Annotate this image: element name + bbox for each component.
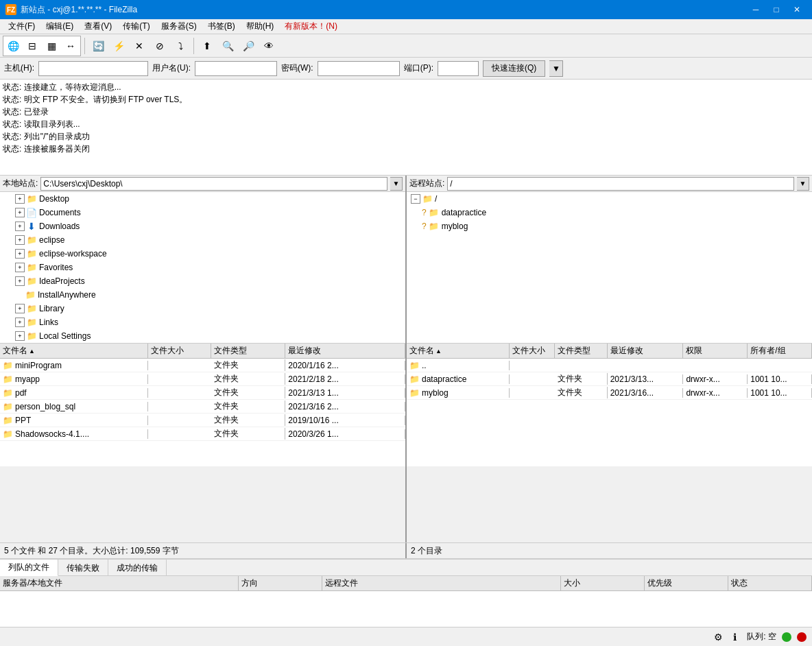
local-tree-item-links[interactable]: + 📁 Links xyxy=(0,315,405,329)
menu-view[interactable]: 查看(V) xyxy=(79,19,117,34)
expand-documents[interactable]: + xyxy=(15,208,25,217)
local-tree-item-installanywhere[interactable]: 📁 InstallAnywhere xyxy=(0,288,405,302)
user-input[interactable] xyxy=(195,61,277,76)
quickconnect-button[interactable]: 快速连接(Q) xyxy=(483,60,545,77)
toolbar-nav-btn[interactable]: ↔ xyxy=(61,36,80,56)
toolbar-upload-btn[interactable]: ⬆ xyxy=(198,36,217,56)
folder-icon-datapractice: 📁 xyxy=(429,208,440,217)
local-file-row-shadowsocks[interactable]: 📁Shadowsocks-4.1.... 文件夹 2020/3/26 1... xyxy=(0,427,405,441)
menu-file[interactable]: 文件(F) xyxy=(3,19,40,34)
local-col-modified[interactable]: 最近修改 xyxy=(285,344,405,358)
remote-col-modified[interactable]: 最近修改 xyxy=(608,344,684,358)
toolbar-disconnect-btn[interactable]: ⊘ xyxy=(150,36,169,56)
remote-col-filetype[interactable]: 文件类型 xyxy=(555,344,608,358)
toolbar-disconnected-btn[interactable]: ⊟ xyxy=(23,36,42,56)
remote-tree-item-root[interactable]: − 📁 / xyxy=(407,192,812,206)
remote-path-input[interactable] xyxy=(447,177,794,191)
local-file-row-ppt[interactable]: 📁PPT 文件夹 2019/10/16 ... xyxy=(0,414,405,427)
local-file-row-myapp[interactable]: 📁myapp 文件夹 2021/2/18 2... xyxy=(0,372,405,386)
tab-successful-transfers[interactable]: 成功的传输 xyxy=(108,560,167,576)
remote-tree-item-myblog[interactable]: ? 📁 myblog xyxy=(407,219,812,233)
local-path-dropdown[interactable]: ▼ xyxy=(390,177,403,191)
remote-col-perm[interactable]: 权限 xyxy=(683,344,748,358)
local-file-row-person-blog[interactable]: 📁person_blog_sql 文件夹 2021/3/16 2... xyxy=(0,400,405,414)
toolbar-opensite-btn[interactable]: 🌐 xyxy=(3,36,23,56)
expand-eclipse[interactable]: + xyxy=(15,235,25,245)
folder-icon-root: 📁 xyxy=(422,194,433,204)
toolbar-grid-btn[interactable]: ▦ xyxy=(42,36,61,56)
tab-queued-files[interactable]: 列队的文件 xyxy=(0,560,58,576)
remote-cell-name-dp: 📁datapractice xyxy=(407,374,510,384)
transfer-col-status[interactable]: 状态 xyxy=(728,576,812,590)
remote-col-filesize[interactable]: 文件大小 xyxy=(510,344,555,358)
menu-server[interactable]: 服务器(S) xyxy=(156,19,202,34)
tab-failed-transfers[interactable]: 传输失败 xyxy=(58,560,108,576)
close-button[interactable]: ✕ xyxy=(787,2,807,17)
toolbar-search-btn[interactable]: 🔍 xyxy=(218,36,237,56)
transfer-col-size[interactable]: 大小 xyxy=(561,576,645,590)
maximize-button[interactable]: □ xyxy=(767,2,786,17)
menu-transfer[interactable]: 传输(T) xyxy=(117,19,155,34)
expand-localsettings[interactable]: + xyxy=(15,331,25,341)
pass-input[interactable] xyxy=(318,61,400,76)
menu-help[interactable]: 帮助(H) xyxy=(241,19,280,34)
host-input[interactable] xyxy=(38,61,148,76)
local-file-row-pdf[interactable]: 📁pdf 文件夹 2021/3/13 1... xyxy=(0,386,405,400)
remote-file-row-parent[interactable]: 📁.. xyxy=(407,359,812,372)
local-tree: + 📁 Desktop + 📄 Documents + ⬇ Downloads xyxy=(0,192,405,343)
transfer-col-localfile[interactable]: 服务器/本地文件 xyxy=(0,576,239,590)
folder-icon-myapp: 📁 xyxy=(3,374,13,384)
local-file-list-header: 文件名 ▲ 文件大小 文件类型 最近修改 xyxy=(0,344,405,359)
local-cell-type-2: 文件夹 xyxy=(211,373,285,385)
local-path-input[interactable] xyxy=(40,177,387,191)
remote-file-row-datapractice[interactable]: 📁datapractice 文件夹 2021/3/13... drwxr-x..… xyxy=(407,372,812,386)
toolbar-cancel-btn[interactable]: ✕ xyxy=(130,36,149,56)
toolbar-refresh-btn[interactable]: 🔄 xyxy=(88,36,108,56)
remote-col-owner[interactable]: 所有者/组 xyxy=(748,344,812,358)
remote-col-filename[interactable]: 文件名 ▲ xyxy=(407,344,510,358)
minimize-button[interactable]: ─ xyxy=(746,2,765,17)
expand-ideaprojects[interactable]: + xyxy=(15,276,25,286)
port-input[interactable] xyxy=(438,61,479,76)
expand-desktop[interactable]: + xyxy=(15,194,25,204)
tree-label-installanywhere: InstallAnywhere xyxy=(38,290,96,300)
toolbar-filter-btn[interactable]: 🔎 xyxy=(239,36,258,56)
local-tree-item-downloads[interactable]: + ⬇ Downloads xyxy=(0,219,405,233)
toolbar-sync-btn[interactable]: ⚡ xyxy=(109,36,128,56)
expand-downloads[interactable]: + xyxy=(15,222,25,231)
info-icon[interactable]: ℹ xyxy=(728,630,741,644)
toolbar-reconnect-btn[interactable]: ⤵ xyxy=(171,36,190,56)
local-status-bar: 5 个文件 和 27 个目录。大小总计: 109,559 字节 xyxy=(0,543,407,558)
local-tree-item-library[interactable]: + 📁 Library xyxy=(0,302,405,315)
local-tree-item-documents[interactable]: + 📄 Documents xyxy=(0,206,405,219)
local-cell-date-5: 2019/10/16 ... xyxy=(285,416,405,425)
menu-bookmarks[interactable]: 书签(B) xyxy=(202,19,241,34)
local-tree-item-eclipse[interactable]: + 📁 eclipse xyxy=(0,233,405,247)
quickconnect-dropdown[interactable]: ▼ xyxy=(549,60,563,77)
transfer-col-direction[interactable]: 方向 xyxy=(239,576,322,590)
remote-tree-item-datapractice[interactable]: ? 📁 datapractice xyxy=(407,206,812,219)
local-tree-item-desktop[interactable]: + 📁 Desktop xyxy=(0,192,405,206)
local-col-filename[interactable]: 文件名 ▲ xyxy=(0,344,148,358)
remote-file-row-myblog[interactable]: 📁myblog 文件夹 2021/3/16... drwxr-x... 1001… xyxy=(407,386,812,400)
settings-icon[interactable]: ⚙ xyxy=(711,630,725,644)
local-tree-item-ideaprojects[interactable]: + 📁 IdeaProjects xyxy=(0,274,405,288)
local-tree-item-eclipse-workspace[interactable]: + 📁 eclipse-workspace xyxy=(0,247,405,261)
local-site-label: 本地站点: xyxy=(3,178,38,189)
local-file-row-miniprogram[interactable]: 📁miniProgram 文件夹 2020/1/16 2... xyxy=(0,359,405,372)
remote-path-dropdown[interactable]: ▼ xyxy=(797,177,809,191)
menu-update[interactable]: 有新版本！(N) xyxy=(279,19,343,34)
local-col-filesize[interactable]: 文件大小 xyxy=(148,344,211,358)
expand-links[interactable]: + xyxy=(15,318,25,327)
expand-root[interactable]: − xyxy=(411,194,420,204)
transfer-col-remotefile[interactable]: 远程文件 xyxy=(322,576,561,590)
toolbar-filetype-btn[interactable]: 👁 xyxy=(259,36,278,56)
expand-library[interactable]: + xyxy=(15,304,25,313)
expand-favorites[interactable]: + xyxy=(15,263,25,272)
transfer-col-priority[interactable]: 优先级 xyxy=(645,576,728,590)
local-tree-item-localsettings[interactable]: + 📁 Local Settings xyxy=(0,329,405,343)
local-tree-item-favorites[interactable]: + 📁 Favorites xyxy=(0,261,405,274)
menu-edit[interactable]: 编辑(E) xyxy=(40,19,79,34)
local-col-filetype[interactable]: 文件类型 xyxy=(211,344,285,358)
expand-eclipse-workspace[interactable]: + xyxy=(15,249,25,259)
